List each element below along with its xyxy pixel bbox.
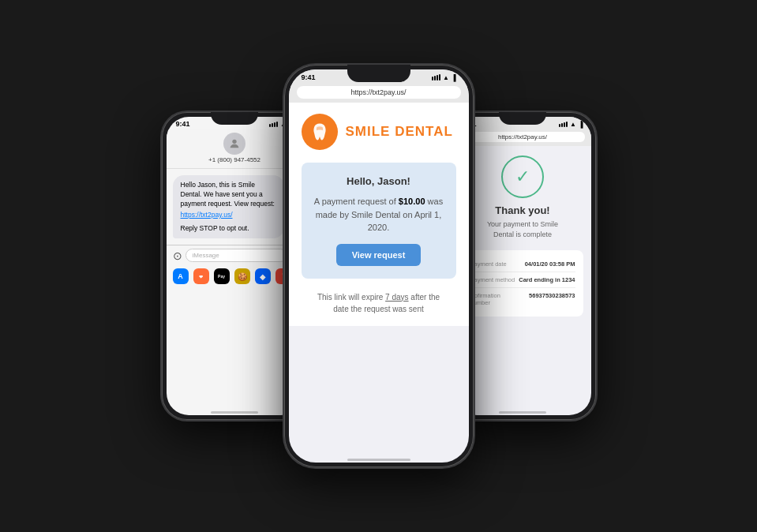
expire-notice: This link will expire 7 days after the d… [302,291,456,315]
dropbox-icon[interactable]: ◆ [255,268,271,284]
payment-desc-prefix: A payment request of [314,197,399,206]
thankyou-content: ✓ Thank you! Your payment to Smile Denta… [455,146,591,326]
detail-label-method: Payment method [470,276,518,283]
camera-icon[interactable]: ⊙ [173,249,182,262]
contact-number: +1 (800) 947-4552 [173,156,297,163]
notch-center [347,65,410,82]
detail-value-confirmation: 56937530238573 [518,292,575,299]
detail-label-confirmation: Cofirmation number [470,292,518,306]
screen-center: 9:41 ▲ ▐ https://txt2pay.us/ [289,69,469,463]
expire-days: 7 days [385,293,408,302]
signal-icon-right [559,122,568,127]
reply-stop: Reply STOP to opt out. [181,224,276,234]
payment-desc: A payment request of $10.00 was made by … [314,195,444,234]
brand-name: SMILE DENTAL [346,124,453,140]
notch-right [499,112,546,125]
message-text: Hello Jason, this is Smile Dental. We ha… [181,181,275,208]
home-indicator-left [211,411,258,414]
imessage-bottom: ⊙ iMessage ⊕ A ❤ Pay 🍪 ◆ 📍 [167,245,303,287]
input-row: ⊙ iMessage ⊕ [167,245,303,265]
wifi-icon-right: ▲ [570,121,576,128]
home-indicator-center [347,459,410,461]
detail-value-date: 04/01/20 03:58 PM [518,260,575,268]
detail-label-date: Payment date [470,260,518,268]
screen-right: 9:41 ▲ ▐ https://txt2pay.us/ ✓ [455,117,591,415]
phone-center: 9:41 ▲ ▐ https://txt2pay.us/ [284,65,474,467]
view-request-button[interactable]: View request [336,244,422,266]
payment-amount: $10.00 [399,197,425,206]
thankyou-subtitle: Your payment to Smile Dental is complete [487,219,558,239]
tooth-svg [309,122,330,142]
tooth-icon [302,114,338,150]
message-bubble: Hello Jason, this is Smile Dental. We ha… [173,175,284,238]
battery-icon-right: ▐ [579,121,583,128]
signal-icon [269,122,278,127]
brand-row: SMILE DENTAL [302,114,456,150]
detail-value-method: Card ending in 1234 [518,276,575,283]
browser-bar-center: https://txt2pay.us/ [289,84,469,103]
notch-left [211,112,258,125]
imessage-placeholder: iMessage [193,252,219,259]
detail-row-confirmation: Cofirmation number 56937530238573 [470,288,575,310]
wifi-icon-center: ▲ [443,74,449,81]
apay-icon[interactable]: ❤ [193,268,209,284]
avatar [223,133,245,155]
message-area: Hello Jason, this is Smile Dental. We ha… [167,169,303,245]
url-bar-center[interactable]: https://txt2pay.us/ [297,86,461,99]
payment-details: Payment date 04/01/20 03:58 PM Payment m… [463,250,583,317]
time-center: 9:41 [302,73,316,81]
person-icon [228,137,241,150]
payment-card: Hello, Jason! A payment request of $10.0… [302,163,456,279]
signal-icon-center [432,74,440,81]
appstore-icon[interactable]: A [173,268,189,284]
checkmark-icon: ✓ [515,168,530,185]
browser-bar-right: https://txt2pay.us/ [455,129,591,146]
payment-greeting: Hello, Jason! [314,175,444,187]
check-circle: ✓ [501,155,544,198]
phones-container: 9:41 ▲ ▐ [0,0,757,532]
thankyou-title: Thank you! [495,204,549,216]
message-link[interactable]: https://txt2pay.us/ [181,211,276,220]
screen-left: 9:41 ▲ ▐ [167,117,303,415]
app-icons-row: A ❤ Pay 🍪 ◆ 📍 [167,265,303,287]
payment-content: SMILE DENTAL Hello, Jason! A payment req… [289,103,469,326]
battery-icon-center: ▐ [452,74,456,81]
home-indicator-right [499,411,546,414]
gpay-icon[interactable]: Pay [214,268,230,284]
detail-row-date: Payment date 04/01/20 03:58 PM [470,257,575,272]
imessage-input[interactable]: iMessage [186,249,287,262]
svg-point-0 [232,140,236,144]
expire-text-1: This link will expire [317,293,383,302]
url-bar-right[interactable]: https://txt2pay.us/ [461,132,585,142]
contact-header: +1 (800) 947-4552 [167,129,303,169]
cookie-icon[interactable]: 🍪 [234,268,250,284]
time-left: 9:41 [176,120,190,128]
status-icons-right: ▲ ▐ [559,121,583,128]
detail-row-method: Payment method Card ending in 1234 [470,272,575,288]
status-icons-center: ▲ ▐ [432,74,456,81]
